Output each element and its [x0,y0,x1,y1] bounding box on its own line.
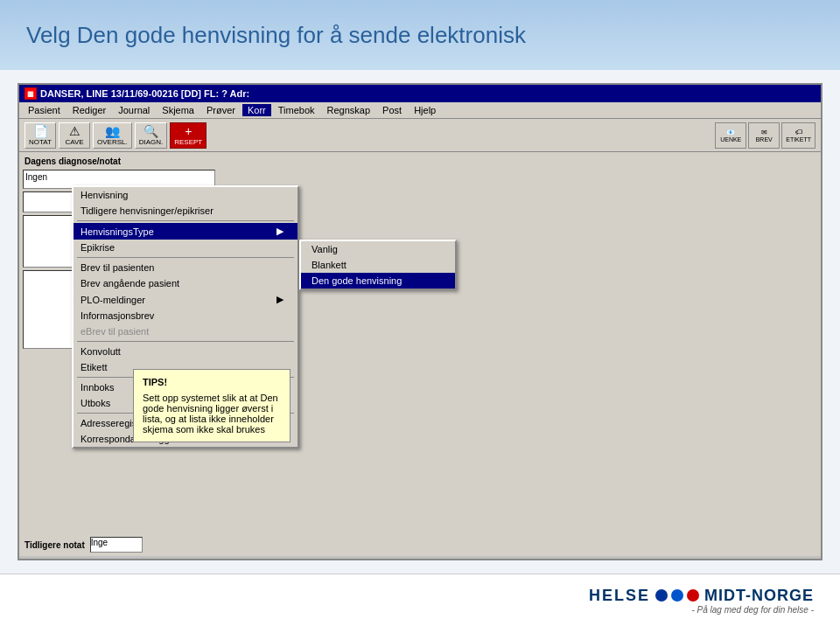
brev-button[interactable]: ✉ BREV [748,122,780,149]
menu-item-informasjonsbrev[interactable]: Informasjonsbrev [74,308,298,323]
menu-skjema[interactable]: Skjema [157,104,200,116]
uenke-button[interactable]: 📧 UENKE [715,122,746,149]
menu-item-tidligere[interactable]: Tidligere henvisninger/epikriser [74,203,298,219]
window-title: DANSER, LINE 13/11/69-00216 [DD] FL: ? A… [40,88,249,99]
notat-label: Tidligere notat [23,539,87,551]
resept-button[interactable]: + RESEPT [170,122,206,149]
menu-rediger[interactable]: Rediger [67,104,112,116]
menu-item-plo[interactable]: PLO-meldinger ▶ [74,291,298,308]
dot-3 [687,589,699,602]
menu-sep-1 [77,220,294,221]
menu-prover[interactable]: Prøver [201,104,241,116]
brev-icon: ✉ [761,129,767,136]
notat-value: Inge [91,538,108,547]
notat-button[interactable]: 📄 NOTAT [24,122,56,149]
cave-icon: ⚠ [69,125,80,137]
diagnose-label: Dagens diagnose/notat [23,156,215,167]
bottom-row: Tidligere notat Inge [23,537,215,553]
menu-sep-2 [77,257,294,258]
tagline: - På lag med deg for din helse - [589,605,814,615]
henvisningstype-submenu: Vanlig Blankett Den gode henvisning [299,240,457,290]
menu-item-henvisningstype[interactable]: HenvisningsType ▶ [74,223,298,240]
menu-item-ebrev: eBrev til pasient [74,323,298,339]
page-title: Velg Den gode henvisning for å sende ele… [26,22,526,49]
menubar: Pasient Rediger Journal Skjema Prøver Ko… [19,102,821,119]
main-content: ▦ DANSER, LINE 13/11/69-00216 [DD] FL: ?… [0,70,840,574]
menu-sep-3 [77,341,294,342]
submenu-arrow-icon: ▶ [276,226,284,237]
tips-title: TIPS! [143,377,281,387]
oversl-icon: 👥 [105,125,120,137]
resept-icon: + [185,125,192,137]
tips-box: TIPS! Sett opp systemet slik at at Den g… [133,369,290,442]
notat-icon: 📄 [33,125,48,137]
cave-button[interactable]: ⚠ CAVE [59,122,90,149]
submenu-blankett[interactable]: Blankett [301,257,455,273]
dropdown-overlay: Henvisning Tidligere henvisninger/epikri… [72,185,299,449]
helse-text: HELSE [589,587,650,605]
toolbar: 📄 NOTAT ⚠ CAVE 👥 OVERSL. 🔍 DIAGN. + RESE… [19,119,821,152]
submenu-vanlig[interactable]: Vanlig [301,241,455,257]
uenke-icon: 📧 [726,129,735,136]
plo-submenu-arrow-icon: ▶ [276,294,284,305]
etikett-icon: 🏷 [795,129,802,136]
menu-journal[interactable]: Journal [113,104,155,116]
diagnose-value: Ingen [25,172,47,182]
menu-item-henvisning[interactable]: Henvisning [74,187,298,203]
header-bar: Velg Den gode henvisning for å sende ele… [0,0,840,70]
notat-input[interactable]: Inge [90,537,143,553]
oversl-button[interactable]: 👥 OVERSL. [93,122,132,149]
window-body: Dagens diagnose/notat Ingen Tidligere no… [19,152,821,556]
footer: HELSE MIDT-NORGE - På lag med deg for di… [0,574,840,626]
diagn-icon: 🔍 [144,125,158,137]
submenu-den-gode[interactable]: Den gode henvisning [301,273,455,289]
helse-dots [655,589,699,602]
menu-item-konvolutt[interactable]: Konvolutt [74,344,298,359]
dot-2 [671,589,683,602]
menu-korr[interactable]: Korr [242,104,271,116]
menu-item-brev-pasient[interactable]: Brev til pasienten [74,260,298,275]
menu-timebok[interactable]: Timebok [273,104,320,116]
dot-1 [655,589,668,602]
menu-pasient[interactable]: Pasient [23,104,66,116]
toolbar-right: 📧 UENKE ✉ BREV 🏷 ETIKETT [715,122,816,149]
window-icon: ▦ [24,87,37,100]
screenshot-container: ▦ DANSER, LINE 13/11/69-00216 [DD] FL: ?… [18,83,822,560]
logo-area: HELSE MIDT-NORGE - På lag med deg for di… [589,587,814,615]
menu-hjelp[interactable]: Hjelp [409,104,441,116]
window-titlebar: ▦ DANSER, LINE 13/11/69-00216 [DD] FL: ?… [19,85,821,102]
menu-post[interactable]: Post [377,104,407,116]
menu-item-brev-angaende[interactable]: Brev angående pasient [74,275,298,291]
menu-item-epikrise[interactable]: Epikrise [74,240,298,255]
midt-norge-text: MIDT-NORGE [704,587,814,605]
tips-text: Sett opp systemet slik at at Den gode he… [143,393,281,435]
etikett-button[interactable]: 🏷 ETIKETT [781,122,816,149]
menu-regnskap[interactable]: Regnskap [322,104,376,116]
helse-logo: HELSE MIDT-NORGE - På lag med deg for di… [589,587,814,615]
diagn-button[interactable]: 🔍 DIAGN. [135,122,168,149]
